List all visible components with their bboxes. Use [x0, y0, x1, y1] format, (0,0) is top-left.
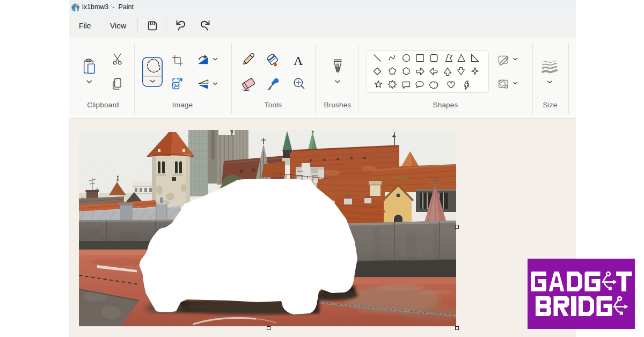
svg-text:A: A: [294, 54, 303, 68]
